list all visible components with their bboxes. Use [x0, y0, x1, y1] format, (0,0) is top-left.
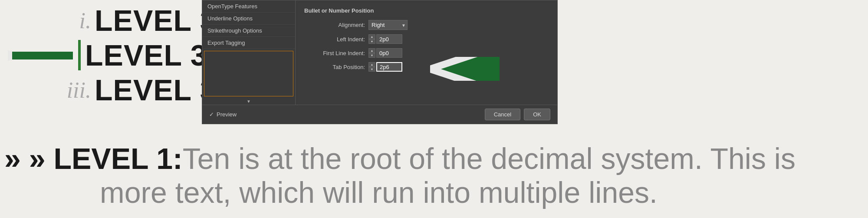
footer-buttons: Cancel OK: [485, 109, 550, 120]
dialog-body: OpenType Features Underline Options Stri…: [202, 0, 557, 105]
tab-position-arrow-icon: [404, 57, 500, 81]
cancel-button[interactable]: Cancel: [485, 109, 520, 120]
left-indent-spinner-btns: ▲ ▼: [368, 34, 375, 44]
alignment-dropdown[interactable]: Left Center Right: [368, 20, 408, 30]
first-line-indent-spinner: ▲ ▼: [368, 48, 402, 58]
tab-position-spinner-btns: ▲ ▼: [368, 62, 375, 72]
left-indent-down[interactable]: ▼: [368, 39, 375, 44]
scroll-down-icon[interactable]: ▼: [202, 98, 295, 105]
level-iii-item: iii. LEVEL 3: [52, 73, 217, 107]
list-item-strikethrough[interactable]: Strikethrough Options: [202, 25, 295, 37]
list-panel-empty: [204, 51, 293, 96]
first-line-indent-row: First Line Indent: ▲ ▼: [304, 48, 549, 58]
left-indent-up[interactable]: ▲: [368, 34, 375, 39]
alignment-label: Alignment:: [304, 22, 365, 28]
right-panel: Bullet or Number Position Alignment: Lef…: [296, 0, 557, 105]
list-item-underline[interactable]: Underline Options: [202, 13, 295, 25]
preview-check-icon: ✓: [209, 111, 214, 118]
list-item-export[interactable]: Export Tagging: [202, 37, 295, 49]
ok-button[interactable]: OK: [524, 109, 550, 120]
level-i-text: LEVEL 3: [95, 3, 217, 37]
first-line-indent-down[interactable]: ▼: [368, 53, 375, 58]
bottom-text-area: » » LEVEL 1:Ten is at the root of the de…: [0, 142, 868, 209]
bottom-text-1: Ten is at the root of the decimal system…: [183, 142, 796, 175]
bottom-text-2: more text, which will run into multiple …: [100, 176, 658, 209]
level-ii-text: LEVEL 3: [85, 38, 207, 72]
left-indent-spinner: ▲ ▼: [368, 34, 402, 44]
left-indent-row: Left Indent: ▲ ▼: [304, 34, 549, 44]
tab-position-row: Tab Position: ▲ ▼: [304, 62, 549, 72]
list-item-opentype[interactable]: OpenType Features: [202, 0, 295, 13]
tab-position-spinner: ▲ ▼: [368, 62, 402, 72]
dialog: OpenType Features Underline Options Stri…: [202, 0, 558, 124]
first-line-indent-spinner-btns: ▲ ▼: [368, 48, 375, 58]
left-arrow-icon: [8, 38, 77, 73]
tab-position-down[interactable]: ▼: [368, 67, 375, 72]
level-i-item: i. LEVEL 3: [52, 3, 217, 37]
bottom-line1: » » LEVEL 1:Ten is at the root of the de…: [4, 142, 864, 175]
level1-bullet: »: [4, 142, 29, 175]
section-title: Bullet or Number Position: [304, 7, 549, 14]
left-indent-label: Left Indent:: [304, 36, 365, 43]
left-indent-input[interactable]: [376, 34, 402, 44]
dialog-footer: ✓ Preview Cancel OK: [202, 105, 557, 124]
list-panel: OpenType Features Underline Options Stri…: [202, 0, 296, 105]
first-line-indent-input[interactable]: [376, 48, 402, 58]
alignment-row: Alignment: Left Center Right ▼: [304, 20, 549, 30]
first-line-indent-label: First Line Indent:: [304, 50, 365, 56]
level-iii-number: iii.: [52, 77, 91, 103]
level1-label: » LEVEL 1:: [29, 142, 183, 175]
first-line-indent-up[interactable]: ▲: [368, 48, 375, 53]
tab-position-input[interactable]: [376, 62, 402, 72]
tab-position-label: Tab Position:: [304, 64, 365, 70]
tab-position-up[interactable]: ▲: [368, 62, 375, 67]
level-ii-item: LEVEL 3: [78, 38, 207, 72]
preview-group: ✓ Preview: [209, 111, 237, 118]
level-i-number: i.: [52, 8, 91, 33]
preview-label: Preview: [217, 111, 237, 118]
level-iii-text: LEVEL 3: [95, 73, 217, 107]
level-bar: [78, 40, 81, 70]
bottom-line2: more text, which will run into multiple …: [4, 175, 864, 209]
alignment-dropdown-wrapper: Left Center Right ▼: [368, 20, 408, 30]
